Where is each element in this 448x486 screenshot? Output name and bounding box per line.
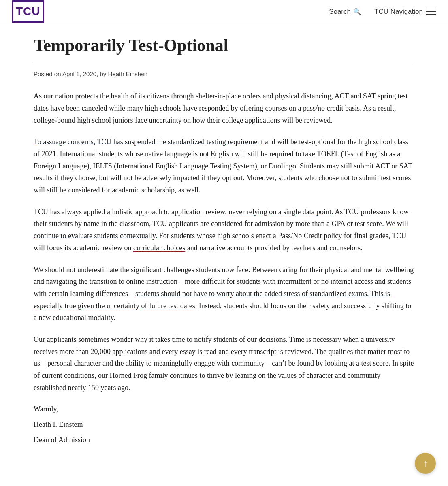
article: Temporarily Test-Optional Posted on Apri… [34,32,414,446]
paragraph-5-text: Our applicants sometimes wonder why it t… [34,335,414,392]
nav-menu-button[interactable]: TCU Navigation [374,6,436,17]
site-header: TCU Search 🔍 TCU Navigation [0,0,448,23]
paragraph-5: Our applicants sometimes wonder why it t… [34,334,414,394]
paragraph-4: We should not underestimate the signific… [34,264,414,324]
author-title: Dean of Admission [34,434,414,446]
logo-area[interactable]: TCU [12,0,44,23]
paragraph-2-text: and will be test-optional for the high s… [34,138,412,194]
search-icon: 🔍 [353,6,361,17]
paragraph-1-text: As our nation protects the health of its… [34,92,408,124]
post-meta: Posted on April 1, 2020, by Heath Einste… [34,69,414,79]
paragraph-3-end: and narrative accounts provided by teach… [185,244,362,252]
search-button[interactable]: Search 🔍 [329,6,361,17]
paragraph-3-before: TCU has always applied a holistic approa… [34,208,228,216]
author-name: Heath I. Einstein [34,419,414,431]
paragraph-2: To assuage concerns, TCU has suspended t… [34,136,414,196]
back-to-top-button[interactable]: ↑ [415,453,436,473]
main-content: Temporarily Test-Optional Posted on Apri… [21,23,427,473]
tcu-logo: TCU [12,0,44,23]
testing-requirement-link[interactable]: To assuage concerns, TCU has suspended t… [34,138,263,146]
main-nav: Search 🔍 TCU Navigation [329,6,436,17]
article-title: Temporarily Test-Optional [34,32,414,55]
hamburger-icon [426,9,436,15]
paragraph-3: TCU has always applied a holistic approa… [34,206,414,254]
curricular-choices-link[interactable]: curricular choices [133,244,185,252]
title-divider [34,62,414,62]
warmly-text: Warmly, [34,403,414,416]
nav-label: TCU Navigation [374,6,423,17]
search-label: Search [329,6,351,17]
paragraph-1: As our nation protects the health of its… [34,90,414,126]
holistic-link[interactable]: never relying on a single data point. [228,208,333,216]
article-body: As our nation protects the health of its… [34,90,414,446]
closing-section: Warmly, Heath I. Einstein Dean of Admiss… [34,403,414,446]
